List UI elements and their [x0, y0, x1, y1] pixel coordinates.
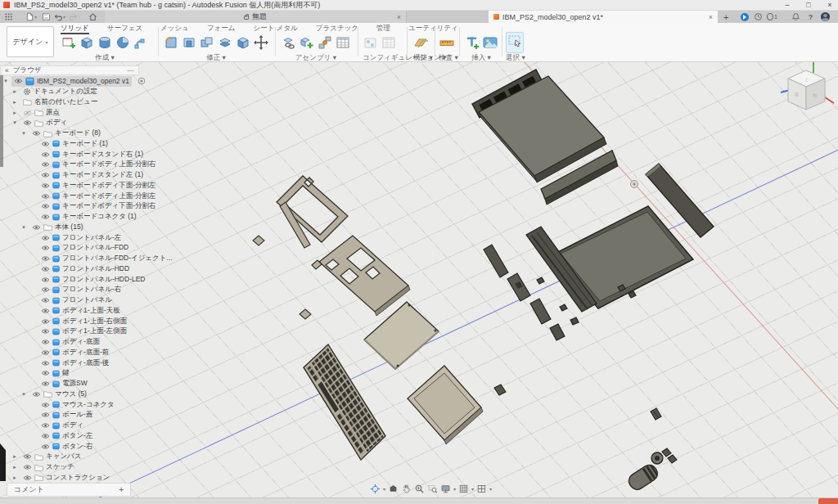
tree-item[interactable]: ボディ1-上面-天板 [0, 306, 139, 317]
visibility-eye-icon[interactable] [41, 193, 50, 200]
context-tab[interactable]: 管理 [376, 24, 390, 33]
tree-item[interactable]: 電源SW [0, 379, 139, 389]
chevron-right-icon[interactable]: ▸ [11, 475, 18, 481]
tree-item[interactable]: ボディ1-上面-右側面 [0, 316, 139, 326]
user-avatar[interactable] [820, 11, 831, 22]
chevron-down-icon[interactable]: ▾ [11, 119, 18, 126]
chevron-right-icon[interactable]: ▸ [11, 464, 18, 470]
new-tab-button[interactable]: + [723, 11, 728, 22]
extensions-icon[interactable]: 1 [767, 11, 777, 22]
visibility-eye-icon[interactable] [14, 78, 23, 84]
tree-item[interactable]: ▾ボディ [0, 118, 139, 128]
redo-icon[interactable]: ▾ [69, 11, 80, 22]
split-body-icon[interactable] [235, 34, 251, 51]
tree-item[interactable]: フロントパネル-FDD-イジェクト... [0, 254, 139, 264]
tree-item[interactable]: ボタン-左 [0, 431, 139, 442]
doc-tab-active-close-icon[interactable]: × [709, 13, 713, 21]
new-component-icon[interactable] [299, 34, 315, 51]
tree-item[interactable]: ▾キーボード (8) [0, 128, 139, 139]
pipe-icon[interactable] [133, 34, 149, 51]
tree-item[interactable]: ボール-蓋 [0, 410, 139, 421]
visibility-eye-icon[interactable] [41, 245, 50, 251]
create-sketch-icon[interactable] [61, 34, 77, 51]
undo-icon[interactable]: ▾ [54, 11, 65, 22]
app-grid-icon[interactable] [4, 11, 13, 22]
visibility-eye-icon[interactable] [41, 339, 50, 345]
doc-tab-untitled[interactable]: 無題 × [105, 11, 407, 23]
tree-item[interactable]: ▾本体 (15) [0, 223, 139, 233]
visibility-eye-icon[interactable] [41, 266, 50, 272]
save-icon[interactable] [42, 11, 51, 22]
chevron-right-icon[interactable]: ▸ [11, 99, 18, 106]
tree-item[interactable]: キーボード (1) [0, 139, 139, 150]
workspace-switcher[interactable]: デザイン ▾ [7, 26, 54, 57]
extrude-icon[interactable] [79, 34, 95, 51]
context-tab[interactable]: ソリッド [61, 24, 89, 33]
minimize-panel-icon[interactable]: — [128, 66, 135, 74]
tree-item[interactable]: キーボードボディ上面-分割左 [0, 191, 139, 201]
visibility-eye-icon[interactable] [41, 349, 50, 356]
visibility-eye-icon[interactable] [41, 286, 50, 293]
chevron-down-icon[interactable]: ▾ [20, 130, 27, 137]
visibility-eye-icon[interactable] [41, 151, 50, 158]
chevron-right-icon[interactable]: ▸ [11, 453, 18, 460]
window-zoom-icon[interactable] [427, 484, 438, 494]
shell-icon[interactable] [181, 34, 197, 51]
visibility-eye-icon[interactable] [41, 402, 50, 408]
tree-item[interactable]: ボタン-右 [0, 441, 139, 452]
notifications-bell-icon[interactable] [791, 11, 801, 22]
insert-text-icon[interactable] [464, 34, 480, 51]
context-tab[interactable]: フォーム [207, 24, 236, 33]
visibility-eye-icon[interactable] [32, 224, 41, 231]
add-comment-button[interactable]: + [119, 485, 124, 494]
visibility-eye-icon[interactable] [41, 412, 50, 418]
visibility-eye-icon[interactable] [41, 141, 50, 147]
tree-item[interactable]: ▸コンストラクション [0, 473, 139, 484]
visibility-eye-icon[interactable] [41, 328, 50, 335]
home-icon[interactable] [88, 11, 97, 22]
doc-tab-active[interactable]: IBM_PS2_model30_open2 v1* × [489, 11, 718, 23]
tree-item[interactable]: ボディ1-上面-左側面 [0, 326, 139, 337]
tree-item[interactable]: ▸ドキュメントの設定 [0, 87, 139, 97]
visibility-eye-icon[interactable] [41, 443, 50, 450]
tree-item[interactable]: キーボードボディ上面-分割右 [0, 160, 139, 170]
look-at-icon[interactable] [388, 484, 399, 494]
visibility-eye-icon[interactable] [41, 182, 50, 189]
activate-component-radio[interactable] [137, 77, 146, 85]
visibility-eye-icon[interactable] [41, 360, 50, 367]
window-titlebar[interactable]: IBM_PS2_model30_open2 v1* (Team hub - g … [0, 0, 838, 11]
orbit-icon[interactable] [370, 484, 381, 494]
offset-face-icon[interactable] [217, 34, 233, 51]
tree-item[interactable]: ▾マウス (5) [0, 389, 139, 400]
visibility-eye-icon[interactable] [41, 297, 50, 304]
sphere-icon[interactable] [115, 34, 131, 51]
visibility-eye-icon[interactable] [32, 130, 41, 137]
tree-item[interactable]: キーボードスタンド左 (1) [0, 170, 139, 181]
visibility-eye-icon[interactable] [23, 475, 32, 481]
history-clock-icon[interactable] [753, 11, 764, 22]
viewports-icon[interactable] [476, 484, 487, 494]
tree-item[interactable]: フロントパネル-FDD [0, 243, 139, 254]
visibility-eye-icon[interactable] [23, 464, 32, 470]
tree-item[interactable]: フロントパネル-HDD [0, 264, 139, 275]
visibility-eye-icon[interactable] [41, 235, 50, 241]
visibility-eye-icon[interactable] [41, 433, 50, 439]
configuration-table-icon[interactable] [381, 34, 397, 51]
insert-canvas-icon[interactable] [482, 34, 498, 51]
visibility-eye-icon[interactable] [41, 277, 50, 283]
tree-item[interactable]: ▸原点 [0, 107, 139, 118]
press-pull-icon[interactable] [163, 34, 179, 51]
joint-icon[interactable] [317, 34, 333, 51]
visibility-eye-icon[interactable] [41, 214, 50, 220]
context-tab[interactable]: ユーティリティ [408, 24, 458, 33]
context-tab[interactable]: サーフェス [107, 24, 142, 33]
display-settings-icon[interactable] [440, 484, 451, 494]
tree-item[interactable]: 鍵 [0, 368, 139, 379]
visibility-eye-icon[interactable] [41, 422, 50, 429]
configuration-icon[interactable] [363, 34, 379, 51]
grid-settings-icon[interactable] [458, 484, 469, 494]
visibility-eye-icon[interactable] [32, 391, 41, 398]
tree-item[interactable]: キーボードボディ下面-分割右 [0, 201, 139, 212]
tree-item[interactable]: フロントパネル-右 [0, 285, 139, 295]
visibility-eye-icon[interactable] [41, 318, 50, 325]
